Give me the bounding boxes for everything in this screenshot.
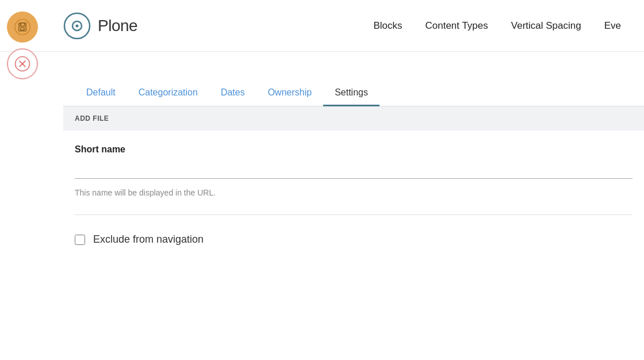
tab-default[interactable]: Default — [75, 81, 127, 106]
svg-point-0 — [15, 20, 30, 35]
main-panel: Default Categorization Dates Ownership S… — [63, 69, 644, 264]
tab-dates[interactable]: Dates — [209, 81, 256, 106]
nav-link-eve[interactable]: Eve — [604, 20, 621, 32]
logo-text: Plone — [98, 17, 137, 35]
exclude-nav-row: Exclude from navigation — [75, 229, 632, 250]
logo-area: Plone — [63, 12, 137, 40]
nav-link-content-types[interactable]: Content Types — [425, 20, 488, 32]
svg-point-10 — [76, 24, 79, 27]
nav-link-blocks[interactable]: Blocks — [373, 20, 402, 32]
form-divider — [75, 215, 632, 215]
nav-link-vertical-spacing[interactable]: Vertical Spacing — [511, 20, 581, 32]
form-area: Short name This name will be displayed i… — [63, 131, 644, 264]
tab-categorization[interactable]: Categorization — [127, 81, 209, 106]
sidebar-buttons — [7, 12, 38, 79]
section-header: ADD FILE — [63, 106, 644, 131]
save-button[interactable] — [7, 12, 38, 43]
tab-settings[interactable]: Settings — [323, 81, 379, 106]
cancel-icon — [14, 56, 30, 72]
short-name-label: Short name — [75, 144, 632, 155]
short-name-input[interactable] — [75, 164, 632, 179]
exclude-nav-checkbox[interactable] — [75, 235, 85, 245]
tab-ownership[interactable]: Ownership — [256, 81, 323, 106]
nav-links: Blocks Content Types Vertical Spacing Ev… — [373, 20, 621, 32]
tabs-container: Default Categorization Dates Ownership S… — [63, 69, 644, 106]
exclude-nav-label[interactable]: Exclude from navigation — [93, 233, 204, 246]
save-icon — [14, 19, 30, 35]
top-nav: Plone Blocks Content Types Vertical Spac… — [0, 0, 644, 52]
plone-logo-icon — [63, 12, 91, 40]
short-name-helper: This name will be displayed in the URL. — [75, 188, 632, 197]
cancel-button[interactable] — [7, 48, 38, 79]
svg-rect-3 — [21, 28, 24, 30]
